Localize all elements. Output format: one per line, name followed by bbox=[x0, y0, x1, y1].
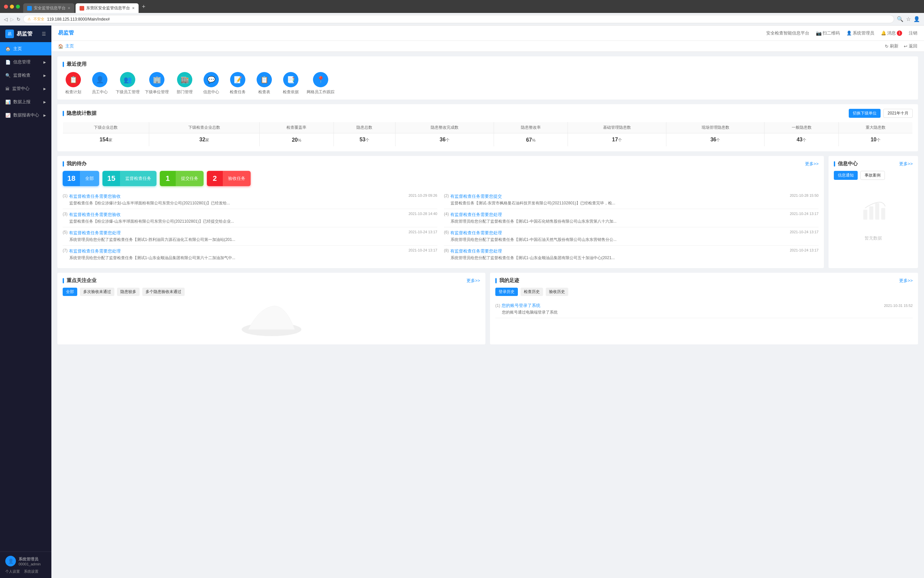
home-breadcrumb-icon: 🏠 bbox=[58, 44, 63, 49]
admin-label: 系统管理员 bbox=[853, 30, 874, 36]
footprint-more[interactable]: 更多>> bbox=[899, 278, 913, 284]
stat-unit-3: 个 bbox=[365, 138, 369, 142]
footprint-tab-login[interactable]: 登录历史 bbox=[495, 288, 518, 296]
address-input[interactable]: ⚠ 不安全 119.188.125.113:8000/Main/Index# bbox=[23, 15, 894, 23]
sidebar-item-inspect[interactable]: 🔍 监督检查 ▶ bbox=[0, 69, 52, 82]
filter-failed[interactable]: 多次验收未通过 bbox=[80, 288, 114, 296]
middle-row: 我的待办 更多>> 18 全部 15 监督检查任务 bbox=[57, 156, 918, 268]
nav-back[interactable]: ◁ bbox=[4, 16, 8, 22]
quick-item-4[interactable]: 🏬 部门管理 bbox=[174, 72, 195, 95]
close-dot[interactable] bbox=[4, 5, 8, 9]
notification-link[interactable]: 🔔 消息 1 bbox=[881, 30, 902, 36]
refresh-btn[interactable]: ↻ 刷新 bbox=[885, 43, 898, 49]
quick-item-9[interactable]: 📍 网格员工作跟踪 bbox=[307, 72, 335, 95]
task-title-2[interactable]: 有监督检查任务需要您验收 bbox=[69, 212, 407, 218]
filter-many-hidden[interactable]: 隐患较多 bbox=[117, 288, 139, 296]
quick-label-2: 下级员工管理 bbox=[116, 89, 139, 95]
footprint-title-0[interactable]: 您的账号登录了系统 bbox=[502, 303, 540, 308]
task-title-0[interactable]: 有监督检查任务需要您验收 bbox=[69, 193, 407, 200]
search-icon[interactable]: 🔍 bbox=[897, 16, 903, 22]
browser-tab-2[interactable]: 东营区安全监管信息平台 ✕ bbox=[76, 3, 139, 13]
tab2-label: 东营区安全监管信息平台 bbox=[86, 5, 130, 11]
qrcode-link[interactable]: 📷 扫二维码 bbox=[816, 30, 840, 36]
task-num-2: (3) bbox=[63, 212, 68, 216]
quick-item-1[interactable]: 👤 员工中心 bbox=[89, 72, 110, 95]
chevron-right-icon-4: ▶ bbox=[44, 100, 46, 104]
recent-header: 最近使用 bbox=[63, 61, 913, 67]
task-desc-5: 系统管理员给您分配了监督检查任务【测试1-中国石油天然气股份有限公司山东东营销售… bbox=[444, 237, 819, 242]
focus-filters: 全部 多次验收未通过 隐患较多 多个隐患验收未通过 bbox=[63, 288, 480, 296]
task-title-1[interactable]: 有监督检查任务需要您提交 bbox=[450, 193, 788, 200]
maximize-dot[interactable] bbox=[16, 5, 20, 9]
chart-placeholder-icon bbox=[860, 200, 887, 231]
focus-more[interactable]: 更多>> bbox=[466, 278, 480, 284]
sidebar-home-label: 主页 bbox=[13, 46, 22, 52]
quick-item-2[interactable]: 👥 下级员工管理 bbox=[116, 72, 139, 95]
admin-link[interactable]: 👤 系统管理员 bbox=[846, 30, 874, 36]
info-more[interactable]: 更多>> bbox=[899, 161, 913, 167]
task-time-1: 2021-10-28 15:50 bbox=[790, 193, 819, 197]
quick-item-3[interactable]: 🏢 下级单位管理 bbox=[145, 72, 169, 95]
task-tab-accept[interactable]: 2 验收任务 bbox=[207, 171, 251, 186]
profile-icon[interactable]: 👤 bbox=[913, 16, 920, 22]
sidebar-collapse-icon[interactable]: ☰ bbox=[42, 31, 46, 36]
task-title-5[interactable]: 有监督检查任务需要您处理 bbox=[450, 230, 788, 236]
task-title-6[interactable]: 有监督检查任务需要您处理 bbox=[69, 248, 407, 254]
switch-unit-btn[interactable]: 切换下级单位 bbox=[849, 109, 880, 118]
breadcrumb-home[interactable]: 主页 bbox=[65, 43, 74, 49]
nav-forward[interactable]: ▷ bbox=[10, 16, 14, 22]
quick-item-7[interactable]: 📋 检查表 bbox=[254, 72, 275, 95]
period-btn[interactable]: 2021年十月 bbox=[883, 109, 913, 118]
quick-item-8[interactable]: 📑 检查依据 bbox=[280, 72, 301, 95]
user-id: 00001_admin bbox=[19, 562, 41, 566]
new-tab-btn[interactable]: + bbox=[140, 3, 147, 13]
quick-label-0: 检查计划 bbox=[65, 89, 81, 95]
task-item-6: (7) 有监督检查任务需要您处理 2021-10-24 13:17 系统管理员给… bbox=[63, 245, 437, 263]
stat-unit-2: % bbox=[298, 138, 301, 143]
pending-more[interactable]: 更多>> bbox=[805, 161, 819, 167]
tab-supervise-count: 15 bbox=[102, 171, 120, 186]
info-tab-accident[interactable]: 事故案例 bbox=[860, 171, 885, 180]
task-title-3[interactable]: 有监督检查任务需要您处理 bbox=[450, 212, 788, 218]
info-tab-notification[interactable]: 信息通知 bbox=[834, 171, 858, 180]
task-tab-all[interactable]: 18 全部 bbox=[63, 171, 99, 186]
info-tabs: 信息通知 事故案例 bbox=[834, 171, 913, 180]
footprint-time-0: 2021-10-31 15:52 bbox=[884, 304, 913, 308]
info-placeholder: 暂无数据 bbox=[834, 184, 913, 257]
filter-all[interactable]: 全部 bbox=[63, 288, 77, 296]
quick-item-0[interactable]: 📋 检查计划 bbox=[63, 72, 84, 95]
footprint-tab-accept[interactable]: 验收历史 bbox=[546, 288, 568, 296]
quick-item-6[interactable]: 📝 检查任务 bbox=[227, 72, 248, 95]
filter-multiple-hidden[interactable]: 多个隐患验收未通过 bbox=[142, 288, 184, 296]
footprint-tab-inspect[interactable]: 检查历史 bbox=[521, 288, 543, 296]
bookmark-icon[interactable]: ☆ bbox=[906, 16, 911, 22]
task-title-4[interactable]: 有监督检查任务需要您处理 bbox=[69, 230, 407, 236]
window-controls bbox=[4, 5, 20, 11]
address-bar-row: ◁ ▷ ↻ ⚠ 不安全 119.188.125.113:8000/Main/In… bbox=[0, 13, 924, 26]
task-tab-submit[interactable]: 1 提交任务 bbox=[160, 171, 204, 186]
task-time-2: 2021-10-28 14:40 bbox=[408, 212, 437, 216]
nav-refresh[interactable]: ↻ bbox=[16, 16, 21, 22]
task-title-7[interactable]: 有监督检查任务需要您处理 bbox=[450, 248, 788, 254]
sidebar: 易 易监管 ☰ 🏠 主页 📄 信息管理 ▶ 🔍 监督检查 ▶ 🏛 bbox=[0, 26, 52, 578]
task-tab-supervise[interactable]: 15 监督检查任务 bbox=[102, 171, 156, 186]
personal-settings-link[interactable]: 个人设置 bbox=[5, 569, 20, 574]
td-9: 10个 bbox=[838, 133, 913, 147]
sidebar-item-center[interactable]: 🏛 监管中心 ▶ bbox=[0, 82, 52, 95]
minimize-dot[interactable] bbox=[10, 5, 14, 9]
sidebar-item-home[interactable]: 🏠 主页 bbox=[0, 42, 52, 55]
tab2-close[interactable]: ✕ bbox=[132, 6, 134, 10]
sidebar-item-upload[interactable]: 📊 数据上报 ▶ bbox=[0, 95, 52, 109]
tab1-close[interactable]: ✕ bbox=[68, 6, 70, 10]
back-btn[interactable]: ↩ 返回 bbox=[904, 43, 918, 49]
pending-title: 我的待办 bbox=[66, 161, 87, 167]
quick-item-5[interactable]: 💬 信息中心 bbox=[201, 72, 222, 95]
logout-link[interactable]: 注销 bbox=[909, 30, 918, 36]
sidebar-item-info[interactable]: 📄 信息管理 ▶ bbox=[0, 55, 52, 69]
sidebar-item-report[interactable]: 📈 数据报表中心 ▶ bbox=[0, 109, 52, 122]
topbar-brand: 易监管 bbox=[58, 29, 74, 36]
tab1-favicon bbox=[27, 6, 32, 11]
safety-platform-link[interactable]: 安全检查智能信息平台 bbox=[766, 30, 809, 36]
browser-tab-1[interactable]: 安全监管信息平台 ✕ bbox=[23, 3, 74, 13]
system-settings-link[interactable]: 系统设置 bbox=[24, 569, 39, 574]
